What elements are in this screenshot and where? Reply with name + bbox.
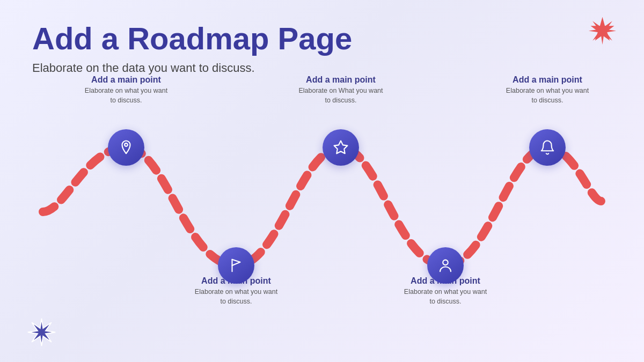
node-4-desc: Elaborate on what you want to discuss. xyxy=(401,287,490,306)
node-star xyxy=(323,129,359,166)
node-2-desc: Elaborate on what you want to discuss. xyxy=(192,287,281,306)
node-5-title: Add a main point xyxy=(503,75,592,85)
node-3-title: Add a main point xyxy=(297,75,385,85)
location-pin-icon xyxy=(118,139,134,156)
node-5-desc: Elaborate on what you want to discuss. xyxy=(503,86,592,105)
node-3-desc: Elaborate on What you want to discuss. xyxy=(297,86,385,105)
node-flag xyxy=(218,247,254,284)
node-location xyxy=(108,129,144,166)
node-bell xyxy=(529,129,566,166)
page-title: Add a Roadmap Page xyxy=(32,21,612,56)
roadmap-v2: Add a main point Elaborate on what you w… xyxy=(32,107,612,316)
person-icon-v2 xyxy=(437,257,453,274)
svg-point-4 xyxy=(125,143,128,146)
node-1-title: Add a main point xyxy=(82,75,171,85)
bell-icon-v2 xyxy=(539,139,555,156)
star-icon-v2 xyxy=(333,139,349,156)
node-5-label-container: Add a main point Elaborate on what you w… xyxy=(503,75,592,105)
star-decoration-top-right xyxy=(588,16,617,46)
star-decoration-bottom-left xyxy=(27,317,56,347)
node-1-desc: Elaborate on what you want to discuss. xyxy=(82,86,171,105)
svg-marker-6 xyxy=(334,141,348,154)
page-subtitle: Elaborate on the data you want to discus… xyxy=(32,61,612,75)
node-3-label-container: Add a main point Elaborate on What you w… xyxy=(297,75,385,105)
node-person xyxy=(427,247,464,284)
node-1-label-container: Add a main point Elaborate on what you w… xyxy=(82,75,171,105)
flag-icon-v2 xyxy=(228,257,244,274)
svg-point-7 xyxy=(443,260,448,265)
